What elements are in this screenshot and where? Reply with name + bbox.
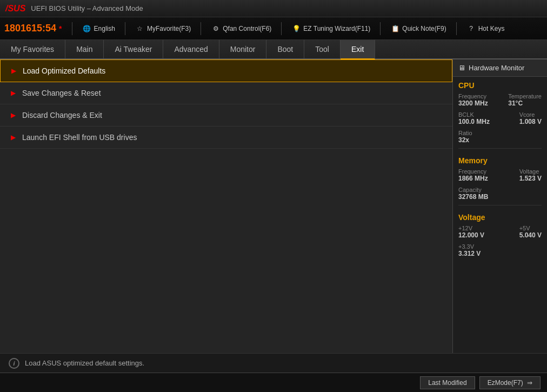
menu-save-reset[interactable]: ▶ Save Changes & Reset — [0, 82, 452, 104]
language-label: English — [94, 25, 115, 32]
bottom-bar: Last Modified EzMode(F7) ⇒ — [0, 373, 547, 392]
arrow-right-icon: ⇒ — [527, 379, 532, 387]
globe-icon: 🌐 — [82, 25, 92, 32]
asus-logo: /SUS — [5, 4, 25, 14]
menu-item-label: Discard Changes & Exit — [22, 111, 102, 119]
my-favorite-button[interactable]: ☆ MyFavorite(F3) — [130, 23, 196, 35]
nav-advanced[interactable]: Advanced — [163, 40, 219, 58]
info-icon: i — [9, 358, 19, 369]
nav-ai-tweaker[interactable]: Ai Tweaker — [104, 40, 163, 58]
hw-v12-value: 12.000 V — [458, 231, 484, 239]
ez-mode-label: EzMode(F7) — [488, 379, 523, 387]
quick-note-label: Quick Note(F9) — [402, 25, 446, 32]
hw-mem-capacity-row: Capacity 32768 MB — [453, 185, 547, 202]
menu-item-label: Launch EFI Shell from USB drives — [22, 133, 137, 142]
hardware-monitor-panel: 🖥 Hardware Monitor CPU Frequency 3200 MH… — [452, 59, 547, 353]
content-area: ▶ Load Optimized Defaults ▶ Save Changes… — [0, 59, 547, 353]
divider — [72, 22, 72, 35]
my-favorite-label: MyFavorite(F3) — [147, 25, 191, 32]
hw-cpu-ratio-row: Ratio 32x — [453, 129, 547, 145]
nav-boot[interactable]: Boot — [266, 40, 304, 58]
star-icon: ☆ — [135, 25, 145, 32]
hw-vcore-value: 1.008 V — [519, 118, 542, 125]
help-icon: ? — [466, 25, 476, 32]
hw-v5-label: +5V — [519, 225, 542, 231]
hw-v5-value: 5.040 V — [519, 231, 542, 239]
nav-exit[interactable]: Exit — [341, 40, 375, 59]
hot-keys-button[interactable]: ? Hot Keys — [461, 23, 510, 35]
hw-divider — [458, 148, 542, 149]
left-panel: ▶ Load Optimized Defaults ▶ Save Changes… — [0, 59, 452, 353]
fan-icon: ⚙ — [211, 25, 221, 32]
hw-cpu-temp-label: Temperature — [508, 93, 542, 99]
hot-keys-label: Hot Keys — [478, 25, 505, 32]
nav-my-favorites[interactable]: My Favorites — [0, 40, 65, 58]
arrow-icon: ▶ — [11, 89, 16, 97]
arrow-icon: ▶ — [11, 111, 16, 119]
hw-v33-label: +3.3V — [458, 243, 481, 250]
nav-bar: My Favorites Main Ai Tweaker Advanced Mo… — [0, 40, 547, 59]
nav-monitor[interactable]: Monitor — [219, 40, 267, 58]
divider — [201, 22, 201, 35]
hw-mem-volt-label: Voltage — [519, 168, 542, 175]
ez-tuning-label: EZ Tuning Wizard(F11) — [303, 25, 370, 32]
menu-item-label: Save Changes & Reset — [22, 89, 101, 97]
hw-v33-value: 3.312 V — [458, 250, 481, 257]
menu-load-defaults[interactable]: ▶ Load Optimized Defaults — [0, 59, 452, 82]
hw-ratio-label: Ratio — [458, 130, 472, 136]
hw-mem-freq-value: 1866 MHz — [458, 175, 488, 182]
hw-mem-freq-label: Frequency — [458, 168, 488, 175]
last-modified-button[interactable]: Last Modified — [420, 376, 475, 389]
hw-capacity-value: 32768 MB — [458, 193, 488, 201]
quick-note-button[interactable]: 📋 Quick Note(F9) — [385, 23, 451, 35]
menu-item-label: Load Optimized Defaults — [23, 67, 105, 75]
divider — [125, 22, 125, 35]
hw-voltage-section: Voltage — [453, 209, 547, 224]
time-display: 1801615:54 * — [4, 23, 62, 34]
menu-launch-efi[interactable]: ▶ Launch EFI Shell from USB drives — [0, 127, 452, 149]
hw-cpu-freq-row: Frequency 3200 MHz Temperature 31°C — [453, 92, 547, 108]
hw-v33-row: +3.3V 3.312 V — [453, 242, 547, 258]
last-modified-label: Last Modified — [428, 379, 466, 387]
hw-cpu-section: CPU — [453, 77, 547, 92]
hw-bclk-label: BCLK — [458, 111, 490, 118]
hw-divider — [458, 205, 542, 205]
divider — [456, 22, 457, 35]
arrow-icon: ▶ — [11, 134, 16, 141]
title-bar: /SUS UEFI BIOS Utility – Advanced Mode — [0, 0, 547, 17]
hw-cpu-bclk-row: BCLK 100.0 MHz Vcore 1.008 V — [453, 110, 547, 127]
hw-v12-label: +12V — [458, 225, 484, 231]
time-value: 1801615:54 — [4, 23, 56, 34]
hw-memory-section: Memory — [453, 152, 547, 167]
nav-tool[interactable]: Tool — [304, 40, 341, 58]
hw-cpu-temp-value: 31°C — [508, 99, 542, 107]
note-icon: 📋 — [390, 25, 400, 32]
hw-mem-volt-value: 1.523 V — [519, 175, 542, 182]
lightbulb-icon: 💡 — [291, 25, 301, 32]
hw-vcore-label: Vcore — [519, 111, 542, 118]
hw-v12-row: +12V 12.000 V +5V 5.040 V — [453, 224, 547, 240]
divider — [281, 22, 282, 35]
hw-monitor-title: 🖥 Hardware Monitor — [453, 59, 547, 77]
hw-cpu-freq-label: Frequency — [458, 93, 488, 99]
ez-mode-button[interactable]: EzMode(F7) ⇒ — [479, 376, 541, 389]
time-suffix: * — [59, 24, 62, 33]
hw-capacity-label: Capacity — [458, 187, 488, 193]
qfan-button[interactable]: ⚙ Qfan Control(F6) — [205, 23, 277, 35]
hw-cpu-freq-value: 3200 MHz — [458, 99, 488, 107]
hw-ratio-value: 32x — [458, 136, 472, 144]
arrow-icon: ▶ — [11, 67, 16, 75]
toolbar: 1801615:54 * 🌐 English ☆ MyFavorite(F3) … — [0, 17, 547, 40]
divider — [380, 22, 381, 35]
title-text: UEFI BIOS Utility – Advanced Mode — [31, 4, 143, 12]
hw-bclk-value: 100.0 MHz — [458, 118, 490, 125]
language-button[interactable]: 🌐 English — [77, 23, 121, 35]
hw-mem-freq-row: Frequency 1866 MHz Voltage 1.523 V — [453, 167, 547, 183]
monitor-icon: 🖥 — [458, 64, 465, 72]
qfan-label: Qfan Control(F6) — [223, 25, 271, 32]
status-message: Load ASUS optimized default settings. — [25, 359, 144, 367]
nav-main[interactable]: Main — [65, 40, 104, 58]
status-bar: i Load ASUS optimized default settings. — [0, 353, 547, 373]
menu-discard-exit[interactable]: ▶ Discard Changes & Exit — [0, 104, 452, 127]
ez-tuning-button[interactable]: 💡 EZ Tuning Wizard(F11) — [286, 23, 376, 35]
